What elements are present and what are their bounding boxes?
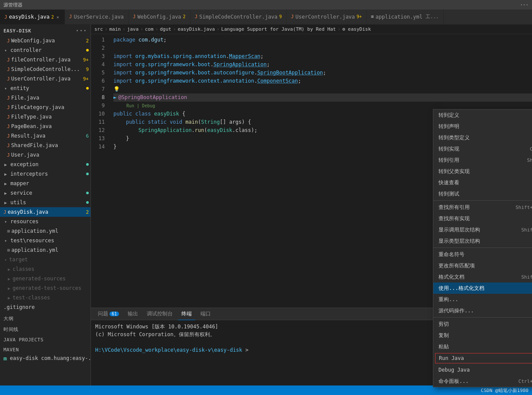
menu-item-paste[interactable]: 粘贴 Ctrl+V [433, 341, 532, 352]
sidebar-item-classes[interactable]: ▶ classes [0, 264, 90, 274]
sidebar-item-generated-test-sources[interactable]: ▶ generated-test-sources [0, 283, 90, 293]
sidebar-item-testresources[interactable]: ▾ test\resources [0, 236, 90, 245]
tab-label-simpleCode: SimpleCodeController.java [199, 14, 277, 20]
sidebar-item-interceptors[interactable]: ▶ interceptors [0, 169, 90, 179]
sidebar-item-label: target [9, 257, 28, 263]
menu-item-label: 显示类型层次结构 [438, 238, 480, 245]
menu-item-show-type-hierarchy[interactable]: 显示类型层次结构 [433, 235, 532, 247]
sidebar-item-utils[interactable]: ▶ utils [0, 198, 90, 207]
menu-item-label: 转到定义 [438, 112, 459, 119]
tab-label-userService: UserService.java [74, 14, 124, 20]
tab-appYml[interactable]: ≡ application.yml 工... [367, 10, 444, 24]
menu-item-goto-test[interactable]: 转到测试 [433, 188, 532, 199]
menu-item-label: 粘贴 [438, 343, 449, 350]
sidebar-item-test-classes[interactable]: ▶ test-classes [0, 293, 90, 302]
tab-simpleCode[interactable]: J SimpleCodeController.java 9 [190, 10, 287, 24]
chevron-right-icon: ▶ [7, 295, 11, 300]
panel-tab-terminal[interactable]: 终端 [178, 308, 195, 320]
code-line-7: 💡 [113, 85, 532, 93]
terminal-path: H:\VCode\Vscode_workplace\easy-disk-v\ea… [95, 347, 242, 353]
sidebar-more-button[interactable]: ··· [75, 27, 87, 34]
panel-tab-problems[interactable]: 问题 61 [94, 308, 123, 320]
menu-item-quick-look[interactable]: 快速查看 › [433, 177, 532, 188]
tab-webConfig[interactable]: J WebConfig.java 2 [129, 10, 190, 24]
sidebar-item-pagebean[interactable]: J PageBean.java [0, 122, 90, 131]
title-dots[interactable]: ··· [520, 2, 529, 8]
sidebar-item-target[interactable]: ▾ target [0, 255, 90, 264]
breadcrumb-main[interactable]: main [110, 26, 121, 32]
menu-item-label: 转到类型定义 [438, 134, 470, 141]
sidebar-item-maven[interactable]: m easy-disk com.huang:easy-... [0, 353, 90, 363]
tab-easyDisk[interactable]: J easyDisk.java 2 ✕ [0, 10, 65, 24]
sidebar-item-simpleCode[interactable]: J SimpleCodeControlle... 9 [0, 64, 90, 74]
panel-tab-output[interactable]: 输出 [124, 308, 142, 320]
menu-item-rename[interactable]: 重命名符号 F2 [433, 249, 532, 260]
sidebar-item-userController[interactable]: J UserController.java 9+ [0, 74, 90, 83]
menu-item-cut[interactable]: 剪切 Ctrl+X [433, 318, 532, 330]
run-debug-text[interactable]: Run | Debug [126, 102, 155, 110]
sidebar-item-appyml-res[interactable]: ≡ application.yml [0, 226, 90, 236]
tab-label-webConfig: WebConfig.java [137, 14, 181, 20]
menu-item-format-with[interactable]: 使用...格式化文档 [433, 283, 532, 294]
sidebar-item-filetype[interactable]: J FileType.java [0, 112, 90, 122]
menu-item-goto-ref[interactable]: 转到引用 Shift+F12 [433, 154, 532, 166]
menu-item-command-palette[interactable]: 命令面板... Ctrl+Shift+P [433, 376, 532, 387]
sidebar-item-file[interactable]: J File.java [0, 93, 90, 103]
sidebar-item-badge: 9+ [83, 57, 89, 63]
menu-item-format-doc[interactable]: 格式化文档 Shift+Alt+F [433, 271, 532, 283]
sidebar-item-filecategory[interactable]: J FileCategory.java [0, 103, 90, 112]
breadcrumb-sep: › [123, 26, 126, 32]
sidebar-item-sharedfile[interactable]: J SharedFile.java [0, 141, 90, 150]
tab-userService[interactable]: J UserService.java [65, 10, 129, 24]
sidebar-item-entity[interactable]: ▾ entity [0, 83, 90, 93]
menu-item-copy[interactable]: 复制 Ctrl+C [433, 330, 532, 341]
menu-shortcut: Ctrl+Shift+P [519, 379, 532, 384]
menu-item-source-action[interactable]: 源代码操作... [433, 305, 532, 316]
menu-item-goto-parent-impl[interactable]: 转到父类实现 [433, 166, 532, 177]
breadcrumb-file[interactable]: easyDisk.java [177, 26, 215, 32]
sidebar-item-label: FileCategory.java [11, 104, 64, 110]
panel-tab-debug-console[interactable]: 调试控制台 [143, 308, 176, 320]
menu-item-goto-decl[interactable]: 转到声明 [433, 121, 532, 132]
sidebar-item-mapper[interactable]: ▶ mapper [0, 179, 90, 188]
sidebar-item-easydisk[interactable]: J easyDisk.java 2 [0, 207, 90, 217]
sidebar-item-label: generated-test-sources [13, 285, 81, 291]
sidebar-item-fileController[interactable]: J fileController.java 9+ [0, 55, 90, 64]
menu-shortcut: Shift+F12 [527, 157, 532, 163]
sidebar-item-user[interactable]: J User.java [0, 150, 90, 160]
sidebar-item-webconfig[interactable]: J WebConfig.java 2 [0, 36, 90, 45]
menu-item-find-all-impl[interactable]: 查找所有实现 [433, 213, 532, 224]
breadcrumb-com[interactable]: com [145, 26, 154, 32]
sidebar-item-generated-sources[interactable]: ▶ generated-sources [0, 274, 90, 283]
sidebar-item-resources[interactable]: ▾ resources [0, 217, 90, 226]
breadcrumb-sep: › [105, 26, 108, 32]
tab-close-easyDisk[interactable]: ✕ [56, 14, 60, 20]
sidebar-item-result[interactable]: J Result.java 6 [0, 131, 90, 141]
sidebar-item-gitignore[interactable]: .gitignore [0, 302, 90, 312]
breadcrumb-java[interactable]: java [127, 26, 139, 32]
breadcrumb-lang[interactable]: Language Support for Java(TM) by Red Hat [221, 26, 336, 32]
menu-item-run-java[interactable]: Run Java [435, 353, 532, 363]
menu-item-show-call-hierarchy[interactable]: 显示调用层次结构 Shift+Alt+H [433, 224, 532, 235]
menu-item-debug-java[interactable]: Debug Java [433, 364, 532, 376]
breadcrumb-dgut[interactable]: dgut [160, 26, 171, 32]
menu-item-goto-impl[interactable]: 转到实现 Ctrl+F12 [433, 143, 532, 154]
sidebar-item-controller[interactable]: ▾ controller [0, 45, 90, 55]
menu-item-goto-def[interactable]: 转到定义 F12 [433, 109, 532, 121]
sidebar-item-exception[interactable]: ▶ exception [0, 160, 90, 169]
tab-userController[interactable]: J UserController.java 9+ [287, 10, 367, 24]
menu-item-label: 显示调用层次结构 [438, 226, 480, 234]
sidebar-item-service[interactable]: ▶ service [0, 188, 90, 198]
sidebar-item-appyml-test[interactable]: ≡ application.yml [0, 245, 90, 255]
menu-item-change-all[interactable]: 更改所有匹配项 Ctrl+F2 [433, 260, 532, 271]
panel-tab-ports[interactable]: 端口 [197, 308, 214, 320]
menu-item-find-all-refs[interactable]: 查找所有引用 Shift+Alt+F12 [433, 202, 532, 213]
menu-divider [433, 247, 532, 248]
breadcrumb-src[interactable]: src [94, 26, 103, 32]
menu-item-label: Run Java [439, 355, 464, 361]
sidebar-item-label: Result.java [11, 133, 45, 139]
menu-item-refactor[interactable]: 重构... [433, 294, 532, 305]
breadcrumb-class[interactable]: ⚙ easyDisk [342, 26, 371, 32]
menu-item-goto-type-def[interactable]: 转到类型定义 [433, 132, 532, 143]
menu-shortcut: Shift+Alt+F [521, 274, 532, 280]
